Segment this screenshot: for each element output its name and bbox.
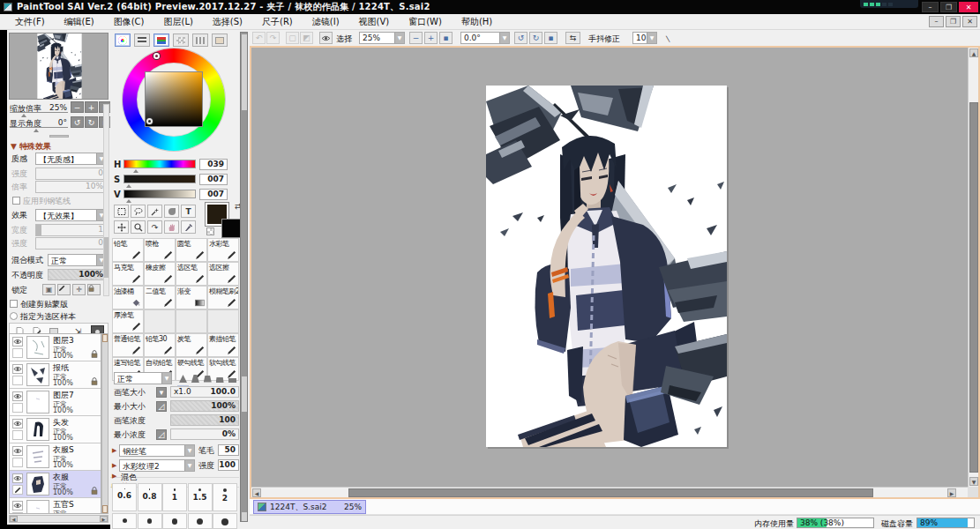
doc-minimize-button[interactable]: – xyxy=(929,16,944,27)
layer-edit-indicator[interactable] xyxy=(12,430,23,440)
move-tool[interactable] xyxy=(114,220,129,234)
layer-list-hscrollbar[interactable]: ◀▶ xyxy=(9,515,108,523)
layer-edit-indicator[interactable] xyxy=(12,512,23,514)
title-bar[interactable]: PaintTool SAI Ver.2 (64bit) Preview.2017… xyxy=(0,0,980,14)
min-density-slider[interactable]: 0% xyxy=(170,428,239,440)
nav-rotate-ccw-button[interactable]: ↺ xyxy=(71,116,84,128)
layer-row[interactable]: 衣服S正常100% xyxy=(10,443,101,471)
selection-visibility-button[interactable] xyxy=(319,32,333,44)
brush-item[interactable]: 圆笔 xyxy=(176,238,207,262)
menu-item[interactable]: 文件(F) xyxy=(5,14,55,30)
size-preset[interactable] xyxy=(112,513,137,529)
brush-item[interactable]: 喷枪 xyxy=(144,238,176,262)
brush-item[interactable]: 模糊笔刷2 xyxy=(207,286,239,309)
size-preset[interactable] xyxy=(138,513,162,529)
hand-tool[interactable] xyxy=(164,220,179,234)
menu-item[interactable]: 选择(S) xyxy=(203,14,252,30)
brush-size-unit-button[interactable]: ▾ xyxy=(156,387,167,398)
scroll-down-button[interactable]: ▼ xyxy=(969,477,978,486)
min-density-link-button[interactable]: ◿ xyxy=(156,429,167,440)
min-size-slider[interactable]: 100% xyxy=(170,400,239,412)
layer-visibility-toggle[interactable] xyxy=(12,501,23,510)
brush-item[interactable]: 选区笔 xyxy=(176,262,207,286)
brush-item[interactable]: 马克笔 xyxy=(112,262,144,286)
layer-visibility-toggle[interactable] xyxy=(12,391,23,401)
layer-edit-indicator[interactable] xyxy=(12,403,23,413)
scroll-up-button[interactable] xyxy=(102,334,108,342)
brush-blend-dropdown[interactable]: 正常▼ xyxy=(114,372,172,384)
document-tab[interactable]: 1224T、S.sai2 25% xyxy=(253,500,366,514)
size-preset[interactable]: 1.5 xyxy=(188,483,213,511)
color-wheel-tab[interactable] xyxy=(115,34,131,47)
view-zoom-out-button[interactable]: − xyxy=(409,32,423,44)
lock-all-button[interactable] xyxy=(87,284,101,295)
view-angle-reset-button[interactable]: ▪ xyxy=(544,32,557,44)
layer-edit-indicator[interactable] xyxy=(12,376,23,385)
canvas-vscrollbar[interactable]: ▲ ▼ xyxy=(968,48,978,487)
left-panel-scrollbar[interactable] xyxy=(103,104,109,296)
brush-item[interactable]: 二值笔 xyxy=(144,286,176,309)
nav-zoom-in-button[interactable]: + xyxy=(85,101,98,113)
doc-restore-button[interactable]: ❐ xyxy=(946,16,961,27)
hscroll-thumb[interactable] xyxy=(348,488,873,497)
view-rotate-ccw-button[interactable]: ↺ xyxy=(514,32,527,44)
nav-angle-slider[interactable] xyxy=(34,129,39,132)
brush-item[interactable]: 素描铅笔 xyxy=(207,333,239,357)
layer-visibility-toggle[interactable] xyxy=(12,337,23,346)
view-zoom-in-button[interactable]: + xyxy=(424,32,438,44)
scratchpad-tab[interactable] xyxy=(212,34,228,47)
panel-splitter[interactable] xyxy=(49,135,69,138)
transparent-color-swatch[interactable] xyxy=(206,227,214,235)
h-slider[interactable] xyxy=(123,160,196,168)
layer-row[interactable]: 报纸正常100% xyxy=(10,361,101,389)
swatches-tab[interactable] xyxy=(192,34,208,47)
layer-edit-indicator[interactable] xyxy=(12,485,23,495)
vscroll-thumb[interactable] xyxy=(969,102,978,473)
eyedropper-tool[interactable] xyxy=(181,220,196,234)
magic-wand-tool[interactable] xyxy=(147,205,162,218)
nav-zoom-out-button[interactable]: − xyxy=(71,101,84,113)
opacity-slider[interactable]: 100% xyxy=(48,269,107,280)
size-preset[interactable]: 2 xyxy=(213,483,237,511)
rgb-sliders-tab[interactable] xyxy=(153,34,169,47)
redo-button[interactable]: ↷ xyxy=(266,32,280,44)
s-slider[interactable] xyxy=(123,175,196,183)
brush-item[interactable]: 油漆桶 xyxy=(112,286,144,309)
color-bars-tab[interactable] xyxy=(134,34,150,47)
layer-visibility-toggle[interactable] xyxy=(12,473,23,483)
brush-item[interactable]: 普通铅笔 xyxy=(112,333,144,357)
brush-item[interactable]: 铅笔30 xyxy=(144,333,176,357)
layer-row[interactable]: 衣服正常100% xyxy=(10,471,101,498)
minimize-button[interactable]: – xyxy=(922,2,939,12)
scroll-right-button[interactable]: ▶ xyxy=(947,488,956,497)
scroll-left-button[interactable]: ◀ xyxy=(252,488,261,497)
color-mixer-tab[interactable] xyxy=(173,34,189,47)
size-preset[interactable] xyxy=(162,513,187,529)
canvas-viewport[interactable] xyxy=(251,48,968,487)
doc-close-button[interactable]: ✕ xyxy=(962,16,977,27)
v-slider[interactable] xyxy=(123,190,196,198)
close-button[interactable]: ✕ xyxy=(959,2,978,12)
lock-move-button[interactable]: ✛ xyxy=(72,284,86,295)
brush-tip-dropdown[interactable]: 钢丝笔▼ xyxy=(119,444,195,457)
brush-item[interactable]: 水彩笔 xyxy=(207,238,239,262)
menu-item[interactable]: 视图(V) xyxy=(349,14,400,30)
layer-visibility-toggle[interactable] xyxy=(12,446,23,456)
size-preset[interactable] xyxy=(188,513,213,529)
selection-source-radio[interactable]: 指定为选区样本 xyxy=(10,311,76,323)
brush-item[interactable]: 厚涂笔 xyxy=(112,309,144,333)
clipping-mask-checkbox[interactable]: 创建剪贴蒙版 xyxy=(10,299,68,310)
lock-opacity-button[interactable]: ▣ xyxy=(42,284,56,295)
menu-item[interactable]: 图层(L) xyxy=(153,14,202,30)
lock-pixels-button[interactable] xyxy=(57,284,71,295)
menu-item[interactable]: 滤镜(I) xyxy=(303,14,349,30)
layer-list-scrollbar[interactable] xyxy=(101,333,108,514)
layer-edit-indicator[interactable] xyxy=(12,348,23,358)
stabilizer-dropdown[interactable]: 10▼ xyxy=(632,32,657,44)
lasso-tool[interactable] xyxy=(131,205,146,218)
layer-row[interactable]: 图层7正常100% xyxy=(10,389,101,416)
brush-item[interactable]: 选区擦 xyxy=(207,262,239,286)
restore-button[interactable]: ❐ xyxy=(940,2,957,12)
menu-item[interactable]: 帮助(H) xyxy=(452,14,502,30)
brush-item[interactable]: 渐变 xyxy=(176,286,207,309)
